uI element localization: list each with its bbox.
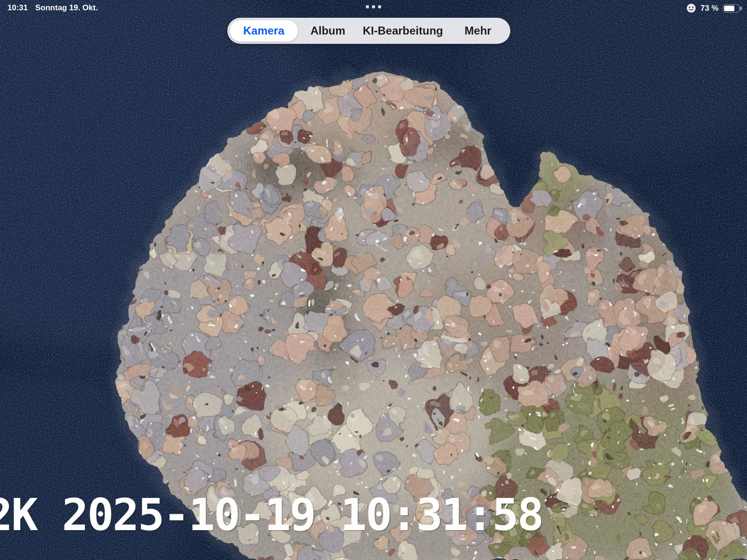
multitask-dots-icon[interactable] <box>366 5 381 8</box>
battery-fill <box>724 6 734 11</box>
battery-cap <box>740 7 742 10</box>
microscope-photo <box>0 0 747 560</box>
focus-smiley-icon <box>686 3 696 13</box>
battery-percent: 73 % <box>700 4 719 13</box>
status-bar: 10:31 Sonntag 19. Okt. 73 % <box>0 0 747 17</box>
tab-bar: Kamera Album KI-Bearbeitung Mehr <box>227 18 510 44</box>
tab-album[interactable]: Album <box>298 18 358 44</box>
battery-icon <box>723 4 740 13</box>
status-time: 10:31 <box>7 3 28 13</box>
tab-kamera[interactable]: Kamera <box>230 20 298 42</box>
camera-timestamp-overlay: 2K 2025-10-19 10:31:58 <box>0 489 543 540</box>
tab-mehr[interactable]: Mehr <box>448 18 508 44</box>
status-date: Sonntag 19. Okt. <box>35 3 98 13</box>
tab-ki-bearbeitung[interactable]: KI-Bearbeitung <box>358 18 448 44</box>
